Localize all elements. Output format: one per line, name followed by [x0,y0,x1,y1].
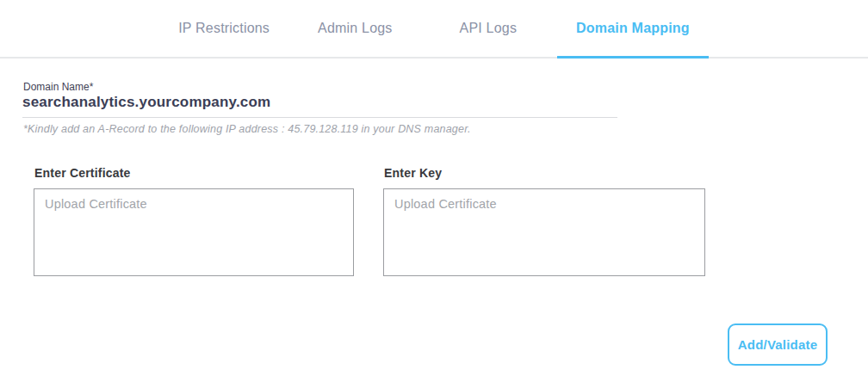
add-validate-button[interactable]: Add/Validate [728,323,828,366]
tab-ip-restrictions[interactable]: IP Restrictions [159,0,288,59]
dns-a-record-note: *Kindly add an A-Record to the following… [23,123,471,135]
domain-name-input[interactable]: searchanalytics.yourcompany.com [22,94,617,118]
tab-api-logs[interactable]: API Logs [441,0,536,59]
enter-key-label: Enter Key [384,166,442,180]
domain-name-label: Domain Name* [23,81,93,93]
tab-admin-logs[interactable]: Admin Logs [299,0,412,59]
enter-certificate-label: Enter Certificate [34,166,131,180]
tab-domain-mapping[interactable]: Domain Mapping [557,0,709,59]
key-textarea[interactable] [383,188,705,276]
settings-tab-bar: IP Restrictions Admin Logs API Logs Doma… [0,0,868,59]
certificate-textarea[interactable] [34,188,354,276]
